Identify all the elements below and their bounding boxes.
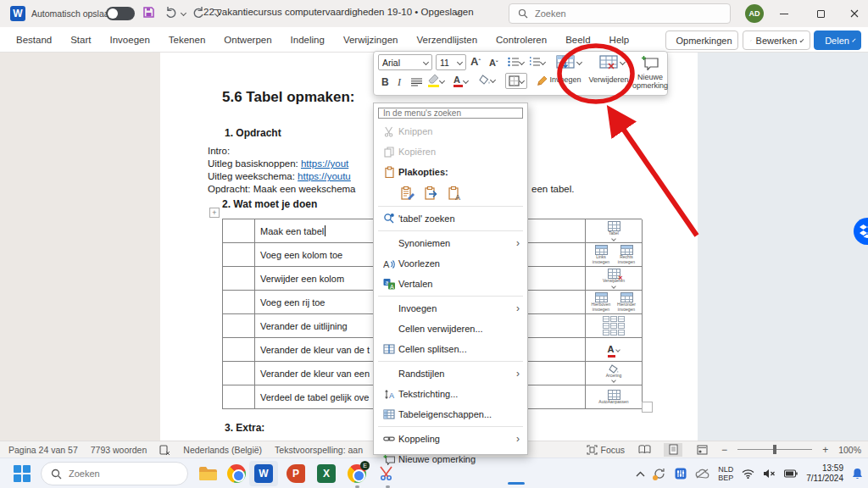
minimize-button[interactable] <box>767 0 801 27</box>
paste-merge-icon[interactable] <box>422 185 440 202</box>
menu-item-nieuwe-opmerking[interactable]: Nieuwe opmerking <box>378 449 523 469</box>
undo-dropdown-icon[interactable] <box>181 10 186 16</box>
paste-keep-formatting-icon[interactable] <box>398 185 416 202</box>
start-button[interactable] <box>11 463 33 485</box>
table-cell-check[interactable] <box>223 314 255 338</box>
tab-tekenen[interactable]: Tekenen <box>159 35 214 45</box>
table-cell-check[interactable] <box>223 338 255 362</box>
table-cell-check[interactable] <box>223 219 255 243</box>
menu-item-vertalen[interactable]: aA Vertalen <box>378 274 523 294</box>
table-cell-check[interactable] <box>223 267 255 291</box>
notification-bell-icon[interactable] <box>852 468 863 480</box>
title-search-box[interactable] <box>509 3 731 24</box>
file-explorer-icon[interactable] <box>197 463 219 485</box>
table-cell-check[interactable] <box>223 362 255 385</box>
table-cell-check[interactable] <box>223 385 255 409</box>
font-name-select[interactable]: Arial <box>378 54 432 70</box>
tray-chevron-up-icon[interactable] <box>636 471 645 477</box>
taskbar-search-input[interactable] <box>69 469 170 479</box>
autosave-toggle[interactable] <box>106 7 135 20</box>
web-layout-icon[interactable] <box>693 443 711 457</box>
menu-item-randstijlen[interactable]: Randstijlen › <box>378 363 523 384</box>
numbered-list-button[interactable] <box>529 57 545 67</box>
chrome-profile-icon[interactable]: E <box>346 463 368 485</box>
language-indicator[interactable]: Nederlands (België) <box>183 445 262 455</box>
excel-icon[interactable]: X <box>315 463 337 485</box>
volume-muted-icon[interactable] <box>763 469 776 479</box>
borders-button[interactable] <box>505 73 527 89</box>
tab-verwijzingen[interactable]: Verwijzingen <box>334 35 408 45</box>
onedrive-tray-icon[interactable] <box>695 469 709 479</box>
page-indicator[interactable]: Pagina 24 van 57 <box>8 445 78 455</box>
tab-indeling[interactable]: Indeling <box>281 35 334 45</box>
editing-mode-button[interactable]: Bewerken <box>743 30 810 50</box>
menu-item-voorlezen[interactable]: A Voorlezen <box>378 253 523 274</box>
language-switcher[interactable]: NLDBEP <box>718 465 733 483</box>
menu-item-koppeling[interactable]: Koppeling › <box>378 429 523 449</box>
word-count[interactable]: 7793 woorden <box>91 445 147 455</box>
powerpoint-icon[interactable]: P <box>285 463 307 485</box>
wifi-icon[interactable] <box>742 469 754 479</box>
maximize-button[interactable] <box>804 0 837 27</box>
alignment-button[interactable] <box>411 78 422 86</box>
taskbar-search[interactable] <box>41 462 188 485</box>
zoom-out-button[interactable]: − <box>721 444 727 456</box>
link-weekschema[interactable]: https://youtu <box>298 171 351 181</box>
print-layout-icon[interactable] <box>664 443 682 457</box>
table-cell-check[interactable] <box>223 291 255 314</box>
tab-ontwerpen[interactable]: Ontwerpen <box>214 35 281 45</box>
table-delete-button[interactable]: Verwijderen <box>584 53 633 94</box>
avatar[interactable]: AD <box>745 4 764 23</box>
menu-item-tabel-zoeken[interactable]: 'tabel' zoeken <box>378 208 523 229</box>
clock[interactable]: 13:597/11/2024 <box>806 463 843 485</box>
save-icon[interactable] <box>142 6 155 19</box>
word-taskbar-icon[interactable]: W <box>253 463 275 485</box>
tab-invoegen[interactable]: Invoegen <box>101 35 159 45</box>
text-prediction-indicator[interactable]: Tekstvoorspelling: aan <box>275 445 363 455</box>
tab-beeld[interactable]: Beeld <box>556 35 599 45</box>
read-mode-icon[interactable] <box>635 443 654 457</box>
proofing-icon[interactable] <box>159 445 170 455</box>
menu-item-tabeleigenschappen[interactable]: Tabeleigenschappen... <box>378 404 523 424</box>
focus-button[interactable]: Focus <box>587 445 626 455</box>
table-insert-button[interactable]: Invoegen <box>545 53 586 94</box>
tab-bestand[interactable]: Bestand <box>7 35 61 45</box>
shading-button[interactable] <box>479 75 495 86</box>
share-button[interactable]: Delen <box>814 30 861 50</box>
font-size-select[interactable]: 11 <box>436 54 466 70</box>
menu-item-synoniemen[interactable]: Synoniemen › <box>378 233 523 253</box>
menu-item-tekstrichting[interactable]: A Tekstrichting... <box>378 384 523 404</box>
zoom-level[interactable]: 100% <box>838 445 861 455</box>
close-button[interactable] <box>837 0 868 27</box>
highlight-color-button[interactable] <box>428 75 444 87</box>
tab-controleren[interactable]: Controleren <box>487 35 556 45</box>
battery-icon[interactable] <box>784 469 798 478</box>
settings-tray-icon[interactable] <box>675 468 687 480</box>
comments-button[interactable]: Opmerkingen <box>665 30 738 50</box>
table-move-handle-icon[interactable]: + <box>209 208 220 218</box>
chrome-icon[interactable] <box>225 463 248 485</box>
title-search-input[interactable] <box>535 8 704 19</box>
table-cell-check[interactable] <box>223 243 255 267</box>
zoom-in-button[interactable]: + <box>822 444 828 456</box>
italic-button[interactable]: I <box>398 76 401 89</box>
font-color-button[interactable]: A <box>453 75 468 87</box>
link-basisknoppen[interactable]: https://yout <box>301 158 348 169</box>
menu-search-input[interactable] <box>378 108 523 119</box>
menu-item-cellen-verwijderen[interactable]: Cellen verwijderen... <box>378 319 523 339</box>
bullet-list-button[interactable] <box>508 57 524 67</box>
tab-help[interactable]: Help <box>600 35 639 45</box>
zoom-slider-thumb[interactable] <box>773 445 776 454</box>
menu-item-kopieren[interactable]: Kopiëren <box>378 141 523 162</box>
bold-button[interactable]: B <box>381 76 389 88</box>
tab-verzendlijsten[interactable]: Verzendlijsten <box>407 35 487 45</box>
tab-start[interactable]: Start <box>61 35 100 45</box>
paste-text-only-icon[interactable]: A <box>446 185 464 202</box>
new-comment-button[interactable]: Nieuwe opmerking <box>633 53 667 94</box>
menu-item-invoegen[interactable]: Invoegen › <box>378 298 523 319</box>
menu-item-cellen-splitsen[interactable]: Cellen splitsen... <box>378 339 523 359</box>
zoom-slider[interactable] <box>737 449 812 450</box>
undo-icon[interactable] <box>164 5 178 19</box>
shrink-font-button[interactable]: Aˇ <box>489 58 498 68</box>
grow-font-button[interactable]: Aˆ <box>470 55 481 68</box>
